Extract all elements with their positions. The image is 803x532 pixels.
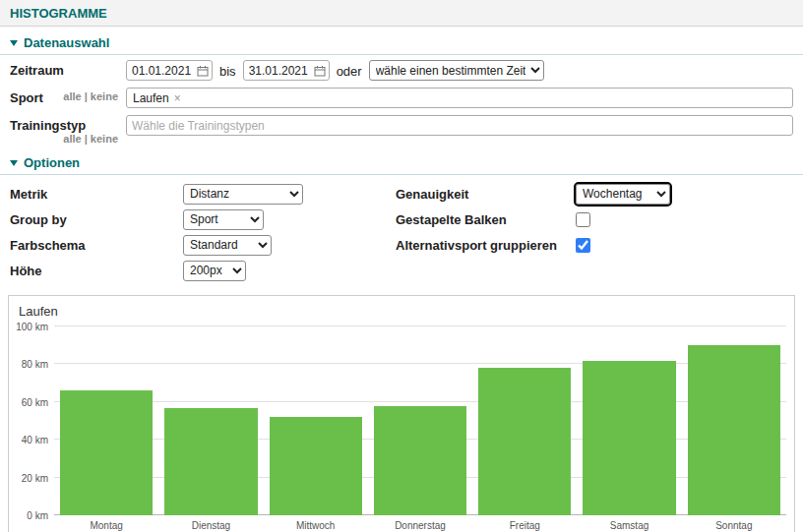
bar-samstag[interactable]	[583, 361, 675, 515]
sport-row: Sport alle | keine Laufen ×	[0, 83, 803, 110]
bar-column	[577, 326, 681, 515]
section-header-optionen[interactable]: Optionen	[0, 148, 803, 175]
bar-column	[158, 326, 263, 515]
chart-y-labels: 0 km20 km40 km60 km80 km100 km	[9, 326, 54, 515]
options-area: Metrik Distanz Group by Sport Farbschema…	[0, 175, 803, 285]
bar-donnerstag[interactable]	[374, 406, 466, 515]
sport-token-input[interactable]: Laufen ×	[126, 88, 793, 108]
x-tick-label: Dienstag	[158, 515, 263, 531]
trainingstyp-input[interactable]	[126, 115, 793, 136]
bar-column	[54, 326, 158, 515]
y-tick-label: 80 km	[22, 359, 48, 370]
groupby-select[interactable]: Sport	[183, 209, 264, 230]
trainingstyp-row: Trainingstyp alle | keine	[0, 110, 803, 147]
bar-column	[472, 326, 577, 515]
y-tick-label: 60 km	[22, 396, 48, 407]
page-header: HISTOGRAMME	[0, 0, 803, 27]
sport-token: Laufen	[133, 91, 169, 105]
chart-x-labels: MontagDienstagMittwochDonnerstagFreitagS…	[54, 515, 794, 531]
chart-plot	[54, 326, 786, 515]
y-tick-label: 0 km	[27, 510, 48, 521]
page-title: HISTOGRAMME	[10, 6, 107, 21]
section-title: Datenauswahl	[24, 35, 109, 50]
bar-mittwoch[interactable]	[270, 417, 362, 515]
calendar-icon[interactable]	[197, 65, 209, 80]
sport-alle-keine-links[interactable]: alle | keine	[63, 90, 126, 105]
bar-montag[interactable]	[60, 390, 153, 515]
zeitraum-row: Zeitraum bis oder wähle einen bestimmten…	[0, 55, 803, 83]
y-tick-label: 100 km	[16, 322, 48, 332]
remove-token-icon[interactable]: ×	[174, 91, 181, 105]
x-tick-label: Donnerstag	[368, 515, 472, 531]
y-tick-label: 40 km	[22, 435, 48, 445]
bar-column	[368, 326, 472, 515]
x-tick-label: Freitag	[472, 515, 577, 531]
date-to-wrap	[243, 60, 330, 81]
x-tick-label: Mittwoch	[264, 515, 368, 531]
alternativsport-checkbox[interactable]	[576, 238, 590, 253]
trainingstyp-label: Trainingstyp	[10, 118, 86, 133]
sport-label: Sport	[10, 90, 43, 105]
y-tick-label: 20 km	[22, 472, 48, 483]
metrik-label: Metrik	[10, 187, 183, 202]
collapse-triangle-icon	[10, 40, 18, 46]
chart-bars	[54, 326, 786, 515]
genauigkeit-select[interactable]: Wochentag	[576, 184, 670, 205]
farbschema-label: Farbschema	[10, 238, 183, 253]
bar-freitag[interactable]	[478, 368, 571, 515]
section-title: Optionen	[24, 155, 80, 170]
genauigkeit-label: Genauigkeit	[396, 187, 576, 202]
x-tick-label: Sonntag	[682, 515, 786, 531]
x-tick-label: Montag	[54, 515, 158, 531]
metrik-select[interactable]: Distanz	[183, 184, 303, 205]
x-tick-label: Samstag	[577, 515, 681, 531]
oder-label: oder	[337, 64, 362, 79]
gestapelte-balken-checkbox[interactable]	[576, 212, 590, 227]
chart-title: Laufen	[9, 296, 794, 326]
alternativsport-label: Alternativsport gruppieren	[396, 238, 576, 253]
groupby-label: Group by	[10, 212, 183, 227]
bar-column	[682, 326, 786, 515]
farbschema-select[interactable]: Standard	[183, 235, 272, 256]
section-header-datenauswahl[interactable]: Datenauswahl	[0, 29, 803, 55]
hoehe-select[interactable]: 200px	[183, 261, 246, 281]
gestapelte-balken-label: Gestapelte Balken	[396, 212, 576, 227]
chart-panel: Laufen 0 km20 km40 km60 km80 km100 km Mo…	[8, 295, 795, 532]
collapse-triangle-icon	[10, 160, 18, 166]
bis-label: bis	[219, 64, 236, 79]
hoehe-label: Höhe	[10, 264, 183, 278]
preset-zeitraum-select[interactable]: wähle einen bestimmten Zeitraum	[369, 60, 544, 81]
calendar-icon[interactable]	[314, 65, 326, 80]
bar-column	[264, 326, 368, 515]
date-from-wrap	[126, 60, 213, 81]
zeitraum-label: Zeitraum	[10, 63, 64, 78]
trainingstyp-alle-keine-links[interactable]: alle | keine	[63, 133, 126, 145]
bar-sonntag[interactable]	[688, 345, 780, 515]
bar-dienstag[interactable]	[164, 408, 257, 515]
